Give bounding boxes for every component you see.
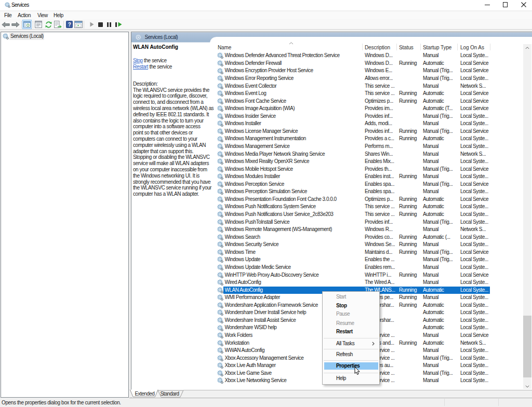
- svg-text:?: ?: [68, 22, 71, 28]
- svg-text:Standard: Standard: [160, 390, 179, 396]
- svg-text:Extended: Extended: [135, 390, 154, 396]
